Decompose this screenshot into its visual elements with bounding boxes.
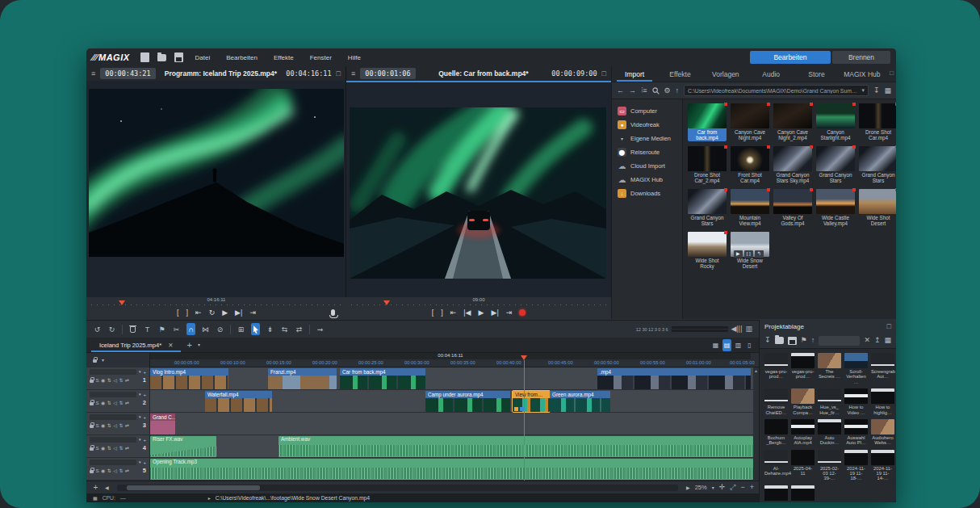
sidebar-item-cloud-import[interactable]: ☁Cloud Import: [612, 159, 682, 173]
timeline-clip-selected[interactable]: View from…: [513, 391, 550, 412]
mute-icon[interactable]: ◉: [101, 468, 105, 473]
pan-icon[interactable]: ⇅: [119, 468, 123, 473]
delete-icon[interactable]: [128, 323, 137, 335]
clear-icon[interactable]: ✕: [864, 337, 870, 344]
track-name-input[interactable]: [90, 437, 136, 443]
tree-view-icon[interactable]: ⫶≡: [641, 87, 647, 94]
range-out-icon[interactable]: ]: [186, 309, 189, 317]
solo-icon[interactable]: S: [96, 446, 99, 451]
insert-icon[interactable]: ↰: [755, 250, 764, 258]
ruler-dropdown-icon[interactable]: ▾: [102, 358, 104, 363]
microphone-icon[interactable]: [331, 309, 335, 316]
timeline-clip[interactable]: Vlog Intro.mp4: [150, 368, 228, 389]
tab-effekte[interactable]: Effekte: [657, 66, 702, 82]
add-track-icon[interactable]: +: [143, 415, 146, 420]
tab-audio[interactable]: Audio: [748, 66, 794, 82]
timeline-audio-clip[interactable]: Riser FX.wav: [150, 436, 216, 457]
swap-icon[interactable]: ⇄: [125, 400, 129, 405]
track-height-icon[interactable]: ⇅: [107, 468, 111, 473]
projekt-item[interactable]: AI-Dehaze.mp4: [764, 450, 788, 481]
track-header[interactable]: ▾+ S◉⇅◁⇅⇄1: [86, 367, 150, 389]
projekt-item[interactable]: How to Video …: [844, 388, 868, 415]
magnet-icon[interactable]: ∩: [186, 323, 195, 335]
forward-icon[interactable]: →: [629, 87, 636, 94]
track-header[interactable]: ▾+ S◉⇅◁⇅⇄5: [86, 458, 150, 480]
detach-panel-icon[interactable]: □: [887, 323, 891, 330]
projekt-item[interactable]: Audiohero Webs…: [871, 419, 894, 446]
fit-project-icon[interactable]: ⤢: [730, 484, 735, 491]
projekt-item[interactable]: 2024-11-19 11-18-…: [844, 450, 868, 481]
track-lane[interactable]: Vlog Intro.mp4 Franzi.mp4 Car from back.…: [150, 367, 759, 389]
media-item[interactable]: Drone Shot Car_2.mp4: [688, 146, 727, 184]
projekt-item[interactable]: 2024-11-19 11-14-…: [871, 450, 894, 481]
media-item[interactable]: Front Shot Car.mp4: [731, 146, 769, 184]
add-tab-icon[interactable]: +: [186, 341, 191, 350]
add-track-button[interactable]: +: [91, 481, 100, 493]
back-icon[interactable]: ←: [617, 87, 624, 94]
lock-icon[interactable]: [93, 359, 97, 363]
timeline-clip[interactable]: .mp4: [597, 368, 751, 389]
media-item[interactable]: Wide Shot Desert Landmark .mp4: [859, 189, 896, 227]
solo-icon[interactable]: S: [96, 378, 99, 383]
import-icon[interactable]: ↧: [873, 87, 880, 94]
solo-icon[interactable]: S: [96, 468, 99, 473]
timeline-ruler[interactable]: ▾ 00:04:16:11 00:00:05:00 00:00:10:00 00…: [86, 353, 759, 367]
track-lane[interactable]: Grand C…: [150, 413, 759, 435]
detach-panel-icon[interactable]: □: [890, 69, 894, 77]
mute-icon[interactable]: ◉: [101, 422, 105, 428]
undo-icon[interactable]: ↺: [93, 323, 102, 335]
tab-magix-hub[interactable]: MAGIX Hub: [840, 66, 885, 82]
program-timecode[interactable]: 00:00:43:21: [100, 68, 155, 79]
title-icon[interactable]: T: [143, 323, 152, 335]
monitor-menu-icon[interactable]: ≡: [351, 70, 355, 78]
tracks-scrollbar[interactable]: ▲: [753, 367, 759, 481]
volume-icon[interactable]: ◁: [113, 445, 117, 451]
playhead[interactable]: [524, 360, 525, 481]
loop-icon[interactable]: ↻: [209, 309, 216, 317]
export-icon[interactable]: ↥: [874, 337, 881, 344]
menu-datei[interactable]: Datei: [189, 54, 217, 61]
swap-icon[interactable]: ⇄: [125, 445, 129, 451]
media-item[interactable]: Valley Of Gods.mp4: [773, 189, 812, 227]
projekt-item[interactable]: Auto Duckin…: [818, 419, 841, 446]
add-track-icon[interactable]: +: [143, 370, 146, 375]
up-icon[interactable]: ↑: [811, 337, 815, 344]
volume-icon[interactable]: ◁: [113, 377, 117, 383]
monitor-menu-icon[interactable]: ≡: [91, 70, 95, 78]
track-name-input[interactable]: [90, 414, 136, 420]
mute-icon[interactable]: ◉: [101, 445, 105, 451]
media-item[interactable]: ▶ [ ] ↰ Wide Snow Desert Canyon.mp4: [731, 232, 769, 270]
projekt-item[interactable]: 2025-04-11: [791, 450, 815, 481]
path-dropdown-icon[interactable]: ▾: [862, 87, 865, 94]
range-in-icon[interactable]: [: [177, 309, 179, 317]
track-header[interactable]: ▾+ S◉⇅◁⇅⇄4: [86, 435, 150, 457]
chevron-down-icon[interactable]: ▾: [139, 370, 141, 374]
grid-view-icon[interactable]: ▦: [884, 87, 891, 94]
pan-tool-icon[interactable]: ✛: [719, 484, 726, 491]
projekt-item[interactable]: vegas-pro-prod…: [791, 353, 815, 384]
view-storyboard-icon[interactable]: ▥: [734, 339, 743, 351]
menu-fenster[interactable]: Fenster: [304, 54, 338, 61]
lock-icon[interactable]: [90, 402, 94, 405]
record-icon[interactable]: [519, 309, 526, 316]
sidebar-item-magix-hub[interactable]: ☁MAGIX Hub: [612, 173, 682, 187]
timeline-clip[interactable]: Grand C…: [150, 414, 175, 435]
settings-icon[interactable]: ⚙: [664, 87, 671, 94]
play-icon[interactable]: ▶: [222, 309, 228, 317]
track-height-icon[interactable]: ⇅: [107, 377, 111, 383]
view-timeline-icon[interactable]: ▤: [722, 339, 731, 351]
projekt-item[interactable]: Remove ChatED…: [764, 388, 788, 415]
sidebar-item-computer[interactable]: ▭Computer: [612, 104, 682, 118]
prev-frame-icon[interactable]: |◀: [463, 309, 471, 317]
chevron-down-icon[interactable]: ▾: [139, 438, 141, 442]
open-project-icon[interactable]: [157, 54, 166, 61]
zoom-dropdown-icon[interactable]: ▾: [712, 485, 714, 490]
zoom-out-icon[interactable]: −: [740, 484, 744, 491]
source-timecode[interactable]: 00:00:01:06: [360, 68, 415, 79]
lock-icon[interactable]: [90, 470, 94, 473]
save-icon[interactable]: [788, 337, 797, 345]
media-item[interactable]: Canyon Cave Night_2.mp4: [773, 103, 812, 141]
mode-burn-button[interactable]: Brennen: [832, 51, 890, 64]
mouse-mode-icon[interactable]: [251, 323, 260, 335]
projekt-item[interactable]: Playback Compa…: [791, 388, 815, 415]
